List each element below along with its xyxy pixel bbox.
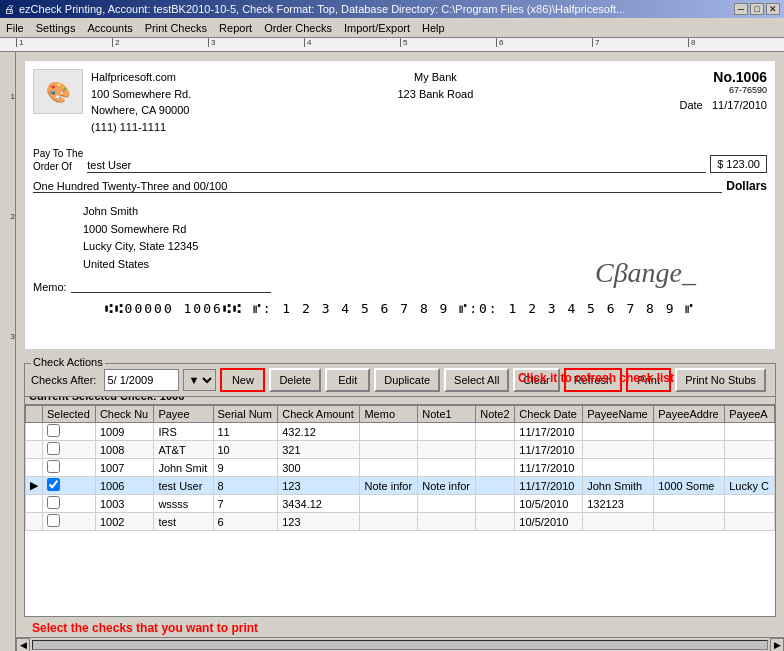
table-cell (418, 459, 476, 477)
app-icon: 🖨 (4, 3, 15, 15)
menu-print-checks[interactable]: Print Checks (139, 20, 213, 36)
title-bar-title: 🖨 ezCheck Printing, Account: testBK2010-… (4, 3, 625, 15)
table-cell: John Smit (154, 459, 213, 477)
row-checkbox[interactable] (47, 496, 60, 509)
table-cell (360, 513, 418, 531)
check-header: 🎨 Halfpricesoft.com 100 Somewhere Rd. No… (33, 69, 767, 135)
table-cell: 11/17/2010 (515, 441, 583, 459)
menu-import-export[interactable]: Import/Export (338, 20, 416, 36)
table-cell: 10/5/2010 (515, 513, 583, 531)
menu-order-checks[interactable]: Order Checks (258, 20, 338, 36)
main-area: 1 2 3 🎨 Halfpricesoft.com 100 Somewhere … (0, 52, 784, 651)
ruler-tick-2: 2 (112, 38, 208, 47)
minimize-button[interactable]: ─ (734, 3, 748, 15)
table-row[interactable]: 1002test612310/5/2010 (26, 513, 775, 531)
menu-file[interactable]: File (0, 20, 30, 36)
table-row[interactable]: 1008AT&T1032111/17/2010 (26, 441, 775, 459)
table-cell (725, 513, 775, 531)
select-all-button[interactable]: Select All (444, 368, 509, 392)
table-cell (654, 459, 725, 477)
scroll-track[interactable] (32, 640, 768, 650)
ruler-tick-4: 4 (304, 38, 400, 47)
ruler: 1 2 3 4 5 6 7 8 (0, 38, 784, 52)
table-row[interactable]: 1003wssss73434.1210/5/2010132123 (26, 495, 775, 513)
duplicate-button[interactable]: Duplicate (374, 368, 440, 392)
row-checkbox[interactable] (47, 424, 60, 437)
col-payee-addr: PayeeAddre (654, 406, 725, 423)
table-cell: test User (154, 477, 213, 495)
table-cell: 1000 Some (654, 477, 725, 495)
table-cell: 1006 (95, 477, 153, 495)
edit-button[interactable]: Edit (325, 368, 370, 392)
row-checkbox[interactable] (47, 442, 60, 455)
table-cell (26, 513, 43, 531)
menu-settings[interactable]: Settings (30, 20, 82, 36)
table-cell: 1008 (95, 441, 153, 459)
table-cell: 1009 (95, 423, 153, 441)
scroll-right-button[interactable]: ▶ (770, 638, 784, 652)
table-cell (26, 459, 43, 477)
table-cell: Lucky C (725, 477, 775, 495)
row-checkbox[interactable] (47, 514, 60, 527)
table-cell: Note infor (360, 477, 418, 495)
date-dropdown[interactable]: ▼ (183, 369, 216, 391)
col-marker (26, 406, 43, 423)
col-memo: Memo (360, 406, 418, 423)
col-payee-name: PayeeName (583, 406, 654, 423)
table-cell: 1002 (95, 513, 153, 531)
ruler-tick-6: 6 (496, 38, 592, 47)
table-wrapper[interactable]: Selected Check Nu Payee Serial Num Check… (25, 405, 775, 616)
table-cell (654, 495, 725, 513)
checks-after-input[interactable] (104, 369, 179, 391)
table-cell (476, 513, 515, 531)
menu-bar: File Settings Accounts Print Checks Repo… (0, 18, 784, 38)
ruler-tick-5: 5 (400, 38, 496, 47)
table-cell: AT&T (154, 441, 213, 459)
table-cell (418, 423, 476, 441)
print-button[interactable]: Print (626, 368, 671, 392)
check-logo: 🎨 Halfpricesoft.com 100 Somewhere Rd. No… (33, 69, 191, 135)
clear-button[interactable]: Clear (513, 368, 559, 392)
col-payee: Payee (154, 406, 213, 423)
table-cell (476, 495, 515, 513)
table-cell (583, 423, 654, 441)
table-cell (476, 441, 515, 459)
table-row[interactable]: 1009IRS11432.1211/17/2010 (26, 423, 775, 441)
row-checkbox[interactable] (47, 460, 60, 473)
actions-row: Checks After: ▼ New Delete Edit Duplicat… (31, 368, 769, 392)
table-cell: 10/5/2010 (515, 495, 583, 513)
table-cell: 9 (213, 459, 278, 477)
col-serial: Serial Num (213, 406, 278, 423)
new-button[interactable]: New (220, 368, 265, 392)
table-row[interactable]: 1007John Smit930011/17/2010 (26, 459, 775, 477)
delete-button[interactable]: Delete (269, 368, 321, 392)
check-actions-group: Check Actions Checks After: ▼ New Delete… (24, 363, 776, 397)
scroll-left-button[interactable]: ◀ (16, 638, 30, 652)
table-cell (725, 441, 775, 459)
refresh-button[interactable]: Refresh (564, 368, 623, 392)
table-cell: 6 (213, 513, 278, 531)
micr-line: ⑆⑆00000 1006⑆⑆ ⑈: 1 2 3 4 5 6 7 8 9 ⑈:0:… (33, 301, 767, 316)
horizontal-scrollbar[interactable]: ◀ ▶ (16, 637, 784, 651)
row-checkbox[interactable] (47, 478, 60, 491)
checks-table: Selected Check Nu Payee Serial Num Check… (25, 405, 775, 531)
table-cell: Note infor (418, 477, 476, 495)
margin-marker-2: 2 (11, 212, 15, 221)
table-cell: 11/17/2010 (515, 459, 583, 477)
table-cell (725, 423, 775, 441)
table-cell (476, 423, 515, 441)
table-row[interactable]: ▶1006test User8123Note inforNote infor11… (26, 477, 775, 495)
menu-help[interactable]: Help (416, 20, 451, 36)
table-cell: 321 (278, 441, 360, 459)
pay-to-row: Pay To TheOrder Of test User $ 123.00 (33, 147, 767, 173)
col-selected: Selected (43, 406, 96, 423)
close-button[interactable]: ✕ (766, 3, 780, 15)
menu-accounts[interactable]: Accounts (81, 20, 138, 36)
maximize-button[interactable]: □ (750, 3, 764, 15)
print-no-stubs-button[interactable]: Print No Stubs (675, 368, 766, 392)
table-cell: 132123 (583, 495, 654, 513)
company-logo: 🎨 (33, 69, 83, 114)
col-payee-a: PayeeA (725, 406, 775, 423)
table-cell: 1003 (95, 495, 153, 513)
menu-report[interactable]: Report (213, 20, 258, 36)
